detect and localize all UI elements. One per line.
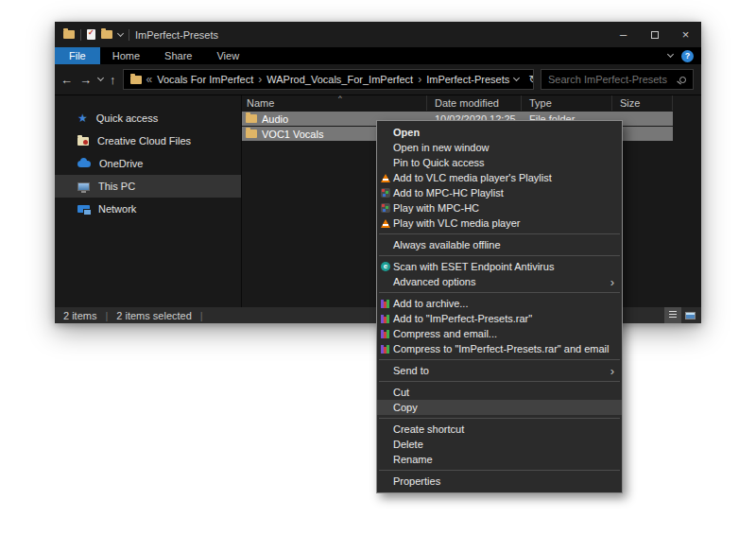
thumbnail-view-button[interactable] [681, 307, 698, 323]
menu-item-open[interactable]: Open [377, 125, 622, 140]
menu-item-play-with-mpc-hc[interactable]: Play with MPC-HC [377, 200, 622, 216]
maximize-button[interactable] [639, 22, 670, 47]
breadcrumb-overflow[interactable]: « [146, 73, 153, 86]
menu-separator [379, 418, 620, 419]
icon-slot [381, 476, 390, 486]
forward-button[interactable]: → [79, 74, 92, 86]
up-button[interactable]: ↑ [110, 74, 116, 86]
folder-icon [246, 114, 257, 123]
new-folder-quick-icon[interactable] [101, 30, 112, 39]
menu-item-label: Add to archive... [393, 298, 469, 309]
tab-home[interactable]: Home [100, 47, 152, 64]
menu-item-rename[interactable]: Rename [377, 452, 622, 467]
eset-icon: e [381, 262, 390, 271]
column-header-date-modified[interactable]: Date modified [427, 95, 522, 111]
refresh-icon[interactable]: ↻ [528, 73, 534, 86]
help-icon[interactable]: ? [681, 50, 694, 62]
minimize-button[interactable]: – [608, 22, 639, 47]
icon-slot [381, 388, 390, 397]
search-icon[interactable] [679, 77, 686, 83]
column-header-name[interactable]: Name [242, 95, 427, 111]
menu-item-advanced-options[interactable]: Advanced options› [377, 274, 622, 289]
recent-locations-chevron-icon[interactable] [97, 75, 104, 81]
file-name: Audio [262, 113, 288, 125]
menu-item-add-to-vlc-playlist[interactable]: Add to VLC media player's Playlist [377, 170, 622, 185]
menu-item-add-to-mpc-hc-playlist[interactable]: Add to MPC-HC Playlist [377, 185, 622, 200]
menu-item-label: Compress and email... [393, 328, 497, 339]
tab-file[interactable]: File [55, 47, 100, 64]
column-header-type[interactable]: Type [522, 95, 612, 111]
icon-slot [381, 455, 390, 464]
column-headers: ^ Name Date modified Type Size [242, 95, 701, 111]
menu-item-compress-to-named-rar-and-email[interactable]: Compress to "ImPerfect-Presets.rar" and … [377, 341, 622, 356]
menu-separator [379, 233, 620, 234]
breadcrumb[interactable]: « Vocals For ImPerfect › WAProd_Vocals_F… [123, 69, 535, 90]
menu-item-delete[interactable]: Delete [377, 437, 622, 452]
menu-item-compress-and-email[interactable]: Compress and email... [377, 326, 622, 341]
sidebar-item-this-pc[interactable]: This PC [55, 175, 241, 198]
menu-item-play-with-vlc[interactable]: Play with VLC media player [377, 216, 622, 231]
menu-item-send-to[interactable]: Send to› [377, 363, 622, 378]
icon-slot [381, 424, 390, 434]
menu-item-label: Rename [393, 454, 433, 465]
sidebar-item-network[interactable]: Network [55, 198, 241, 220]
menu-item-properties[interactable]: Properties [377, 474, 622, 489]
file-name: VOC1 Vocals [262, 129, 323, 140]
quick-access-toolbar [63, 29, 129, 41]
breadcrumb-segment[interactable]: Vocals For ImPerfect [157, 74, 253, 85]
sidebar-item-label: Quick access [96, 112, 158, 124]
menu-item-copy[interactable]: Copy [377, 400, 622, 415]
thumbnail-view-icon [685, 312, 696, 319]
tab-share[interactable]: Share [152, 47, 204, 64]
properties-quick-icon[interactable] [87, 29, 95, 40]
mpc-hc-icon [381, 203, 390, 213]
back-button[interactable]: ← [60, 74, 73, 86]
close-button[interactable]: × [670, 22, 701, 47]
search-input[interactable] [548, 74, 679, 85]
sidebar-item-label: Network [98, 203, 136, 215]
menu-item-label: Always available offline [393, 239, 501, 250]
creative-cloud-folder-icon [77, 137, 89, 146]
mpc-hc-icon [381, 188, 390, 198]
titlebar-divider [129, 29, 129, 41]
menu-item-add-to-named-rar[interactable]: Add to "ImPerfect-Presets.rar" [377, 311, 622, 326]
menu-separator [379, 255, 620, 256]
submenu-arrow-icon: › [610, 276, 614, 288]
customize-toolbar-chevron-icon[interactable] [117, 29, 124, 36]
breadcrumb-chevron[interactable]: › [258, 73, 262, 86]
menu-separator [379, 292, 620, 293]
navigation-sidebar: ★ Quick access Creative Cloud Files OneD… [55, 95, 241, 307]
menu-item-create-shortcut[interactable]: Create shortcut [377, 422, 622, 437]
sort-indicator-icon[interactable]: ^ [338, 94, 342, 102]
menu-item-label: Compress to "ImPerfect-Presets.rar" and … [393, 343, 610, 354]
address-dropdown-chevron-icon[interactable] [513, 75, 520, 81]
menu-item-always-available-offline[interactable]: Always available offline [377, 237, 622, 252]
submenu-arrow-icon: › [610, 365, 614, 377]
expand-ribbon-chevron-icon[interactable] [667, 51, 674, 58]
menu-item-label: Add to VLC media player's Playlist [393, 172, 552, 183]
window-title: ImPerfect-Presets [135, 29, 218, 41]
sidebar-item-label: OneDrive [99, 158, 143, 169]
winrar-icon [381, 344, 390, 354]
details-view-button[interactable] [664, 307, 681, 323]
tab-view[interactable]: View [204, 47, 251, 64]
maximize-icon [651, 31, 659, 39]
sidebar-item-creative-cloud-files[interactable]: Creative Cloud Files [55, 129, 241, 152]
menu-item-open-in-new-window[interactable]: Open in new window [377, 140, 622, 155]
sidebar-item-onedrive[interactable]: OneDrive [55, 152, 241, 175]
status-divider: | [105, 310, 108, 321]
search-box[interactable] [541, 69, 694, 90]
menu-item-scan-with-eset[interactable]: eScan with ESET Endpoint Antivirus [377, 259, 622, 274]
menu-item-cut[interactable]: Cut [377, 385, 622, 400]
sidebar-item-quick-access[interactable]: ★ Quick access [55, 107, 241, 129]
breadcrumb-segment[interactable]: WAProd_Vocals_For_ImPerfect [266, 74, 413, 85]
folder-icon [246, 129, 257, 138]
details-view-icon [669, 311, 677, 319]
context-menu: Open Open in new window Pin to Quick acc… [376, 120, 623, 493]
menu-item-label: Cut [393, 387, 409, 398]
breadcrumb-segment[interactable]: ImPerfect-Presets [426, 74, 509, 85]
menu-item-pin-to-quick-access[interactable]: Pin to Quick access [377, 155, 622, 170]
menu-item-add-to-archive[interactable]: Add to archive... [377, 296, 622, 311]
column-header-size[interactable]: Size [612, 95, 673, 111]
breadcrumb-chevron[interactable]: › [418, 73, 421, 86]
